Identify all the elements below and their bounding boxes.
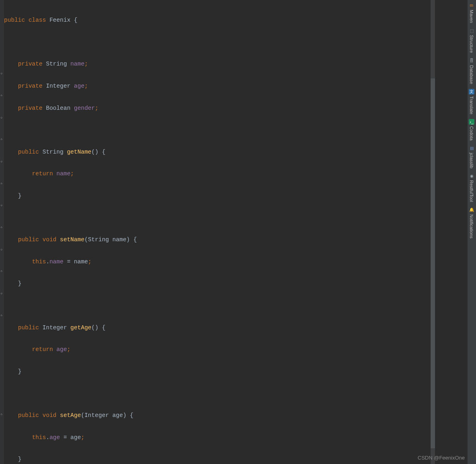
sidebar-item-label: Structure	[469, 35, 474, 53]
scrollbar-thumb[interactable]	[431, 78, 435, 448]
restfultool-icon: ◉	[469, 173, 474, 179]
code-line: private Boolean gender;	[4, 103, 154, 114]
sidebar-item-label: Maven	[469, 10, 474, 23]
sidebar-item-maven[interactable]: m Maven	[468, 0, 476, 25]
code-line	[4, 388, 154, 399]
sidebar-item-database[interactable]: 🗄 Database	[468, 55, 476, 86]
code-line: this.age = age;	[4, 432, 154, 443]
editor-gutter: ⬙ ⬘ ⬙ ⬘ ⬙ ⬘ ⬙ ⬘ ⬙ ⬘ ⬙ ⬘ ⬘	[0, 0, 4, 464]
gutter-close-icon: ⬘	[0, 226, 4, 229]
gutter-close-icon: ⬘	[0, 94, 4, 97]
code-line: return age;	[4, 344, 154, 355]
gutter-hint-icon: ⬙	[0, 204, 4, 207]
code-line: public String getName() {	[4, 147, 154, 158]
sidebar-item-codota[interactable]: ›_ Codota	[468, 117, 476, 143]
gutter-close-icon: ⬘	[0, 270, 4, 273]
code-line: public void setAge(Integer age) {	[4, 410, 154, 421]
gutter-close-icon: ⬘	[0, 182, 4, 185]
code-line: }	[4, 454, 154, 464]
code-line: public Integer getAge() {	[4, 322, 154, 333]
code-line: }	[4, 366, 154, 377]
codota-icon: ›_	[469, 119, 474, 125]
jclasslib-icon: ▤	[469, 146, 474, 151]
database-icon: 🗄	[469, 58, 474, 64]
sidebar-item-translate[interactable]: 文 Translate	[468, 86, 476, 117]
code-line	[4, 125, 154, 136]
gutter-close-icon: ⬘	[0, 314, 4, 317]
code-line	[4, 213, 154, 224]
sidebar-item-jclasslib[interactable]: ▤ jclasslib	[468, 143, 476, 171]
sidebar-item-structure[interactable]: ⬚ Structure	[468, 25, 476, 55]
code-line: public void setName(String name) {	[4, 234, 154, 245]
gutter-hint-icon: ⬙	[0, 292, 4, 295]
code-line: public class Feenix {	[4, 15, 154, 26]
code-line: private String name;	[4, 59, 154, 70]
sidebar-item-label: Notifications	[469, 214, 474, 238]
structure-icon: ⬚	[469, 28, 474, 33]
code-line	[4, 300, 154, 311]
gutter-close-icon: ⬘	[0, 138, 4, 141]
code-line: }	[4, 278, 154, 289]
code-line: }	[4, 191, 154, 201]
sidebar-item-label: jclasslib	[469, 153, 474, 168]
code-line: return name;	[4, 168, 154, 179]
gutter-hint-icon: ⬙	[0, 116, 4, 119]
right-tool-sidebar: m Maven ⬚ Structure 🗄 Database 文 Transla…	[467, 0, 476, 464]
sidebar-item-label: Translate	[469, 96, 474, 114]
gutter-hint-icon: ⬙	[0, 160, 4, 163]
code-line: private Integer age;	[4, 81, 154, 92]
code-line	[4, 37, 154, 48]
code-line: this.name = name;	[4, 257, 154, 267]
sidebar-item-restfultool[interactable]: ◉ RestfulTool	[468, 170, 476, 204]
code-editor[interactable]: ⬙ ⬘ ⬙ ⬘ ⬙ ⬘ ⬙ ⬘ ⬙ ⬘ ⬙ ⬘ ⬘ public class F…	[0, 0, 431, 464]
watermark-text: CSDN @FeenixOne	[418, 455, 465, 461]
gutter-hint-icon: ⬙	[0, 72, 4, 75]
sidebar-item-label: RestfulTool	[469, 180, 474, 202]
gutter-close-icon: ⬘	[0, 413, 4, 416]
maven-icon: m	[469, 2, 474, 8]
gutter-hint-icon: ⬙	[0, 248, 4, 251]
bell-icon: 🔔	[469, 207, 474, 213]
sidebar-item-notifications[interactable]: 🔔 Notifications	[468, 205, 476, 241]
code-content[interactable]: public class Feenix { private String nam…	[4, 4, 154, 464]
translate-icon: 文	[469, 89, 474, 94]
sidebar-item-label: Database	[469, 65, 474, 84]
sidebar-item-label: Codota	[469, 126, 474, 140]
